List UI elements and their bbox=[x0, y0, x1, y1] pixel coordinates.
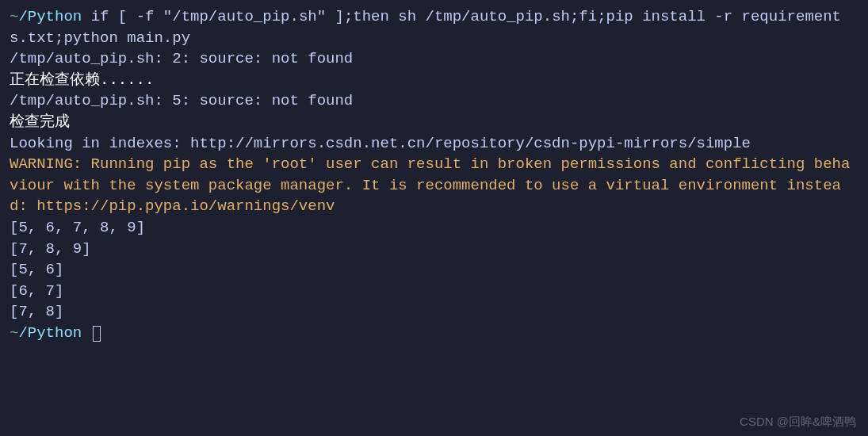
command-line-2: ~/Python bbox=[10, 323, 858, 344]
prompt-slash: / bbox=[18, 8, 27, 25]
prompt-space bbox=[82, 324, 90, 342]
output-line: [5, 6] bbox=[10, 259, 858, 281]
prompt-tilde: ~ bbox=[10, 8, 18, 25]
prompt-tilde: ~ bbox=[10, 324, 18, 342]
output-line: 检查完成 bbox=[10, 112, 858, 133]
prompt-slash: / bbox=[18, 324, 27, 342]
command-text: if [ -f "/tmp/auto_pip.sh" ];then sh /tm… bbox=[10, 8, 841, 47]
cursor bbox=[93, 326, 101, 342]
command-line-1: ~/Python if [ -f "/tmp/auto_pip.sh" ];th… bbox=[10, 6, 858, 48]
output-line: [6, 7] bbox=[10, 281, 858, 302]
prompt-dir: Python bbox=[28, 8, 82, 25]
output-line: [5, 6, 7, 8, 9] bbox=[10, 217, 858, 239]
output-line: /tmp/auto_pip.sh: 5: source: not found bbox=[10, 90, 858, 112]
prompt-dir: Python bbox=[28, 324, 82, 342]
output-line: Looking in indexes: http://mirrors.csdn.… bbox=[10, 133, 858, 155]
output-line: 正在检查依赖...... bbox=[10, 70, 858, 91]
terminal-output[interactable]: ~/Python if [ -f "/tmp/auto_pip.sh" ];th… bbox=[0, 0, 868, 350]
output-line: [7, 8] bbox=[10, 301, 858, 323]
output-line: [7, 8, 9] bbox=[10, 239, 858, 260]
warning-line: WARNING: Running pip as the 'root' user … bbox=[10, 154, 858, 217]
watermark: CSDN @回眸&啤酒鸭 bbox=[740, 413, 856, 430]
output-line: /tmp/auto_pip.sh: 2: source: not found bbox=[10, 48, 858, 70]
